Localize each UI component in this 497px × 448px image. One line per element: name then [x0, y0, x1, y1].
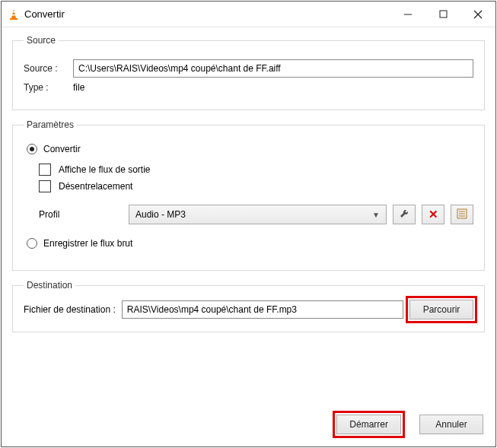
type-value: file	[73, 82, 84, 93]
destination-legend: Destination	[24, 280, 75, 291]
profile-label: Profil	[39, 209, 123, 220]
profile-selected: Audio - MP3	[135, 209, 186, 220]
type-label: Type :	[24, 82, 65, 93]
radio-raw-row[interactable]: Enregistrer le flux brut	[27, 238, 473, 249]
radio-raw-label: Enregistrer le flux brut	[43, 238, 132, 249]
edit-profile-button[interactable]	[393, 205, 416, 224]
radio-convert[interactable]	[27, 144, 37, 154]
wrench-icon	[399, 208, 409, 221]
radio-raw[interactable]	[27, 238, 37, 249]
checkbox-deinterlace-label: Désentrelacement	[59, 181, 132, 192]
new-profile-button[interactable]	[451, 205, 473, 224]
close-button[interactable]	[460, 2, 495, 27]
profile-combobox[interactable]: Audio - MP3 ▼	[129, 205, 387, 224]
start-button[interactable]: Démarrer	[336, 415, 401, 434]
source-input[interactable]	[73, 59, 473, 78]
svg-rect-3	[10, 18, 18, 20]
chevron-down-icon: ▼	[372, 211, 380, 219]
dialog-content: Source Source : Type : file Paramètres C…	[2, 27, 495, 407]
convert-dialog: Convertir Source Source : Type : file Pa…	[1, 1, 496, 447]
svg-marker-0	[11, 9, 16, 18]
checkbox-show-output-label: Affiche le flux de sortie	[59, 164, 151, 175]
minimize-button[interactable]	[390, 2, 425, 27]
radio-convert-row[interactable]: Convertir	[27, 144, 473, 154]
parameters-group: Paramètres Convertir Affiche le flux de …	[12, 119, 485, 271]
destination-input[interactable]	[122, 300, 403, 319]
source-legend: Source	[24, 35, 59, 46]
svg-rect-2	[11, 14, 16, 16]
source-label: Source :	[24, 63, 65, 74]
checkbox-show-output-row[interactable]: Affiche le flux de sortie	[39, 164, 473, 176]
destination-label: Fichier de destination :	[24, 304, 116, 315]
destination-group: Destination Fichier de destination : Par…	[12, 280, 485, 332]
radio-convert-label: Convertir	[43, 144, 81, 154]
window-title: Convertir	[24, 8, 390, 20]
delete-profile-button[interactable]: ✕	[422, 205, 444, 224]
maximize-button[interactable]	[425, 2, 460, 27]
checkbox-deinterlace[interactable]	[39, 180, 51, 192]
source-group: Source Source : Type : file	[12, 35, 485, 110]
checkbox-show-output[interactable]	[39, 164, 51, 176]
svg-rect-5	[440, 11, 447, 17]
cancel-button[interactable]: Annuler	[419, 415, 483, 434]
parameters-legend: Paramètres	[24, 119, 77, 130]
vlc-cone-icon	[8, 8, 20, 21]
titlebar: Convertir	[2, 2, 495, 27]
new-list-icon	[457, 208, 467, 221]
checkbox-deinterlace-row[interactable]: Désentrelacement	[39, 180, 473, 192]
delete-x-icon: ✕	[429, 208, 438, 221]
dialog-footer: Démarrer Annuler	[2, 407, 495, 446]
browse-button[interactable]: Parcourir	[409, 300, 473, 319]
svg-rect-1	[12, 11, 15, 13]
